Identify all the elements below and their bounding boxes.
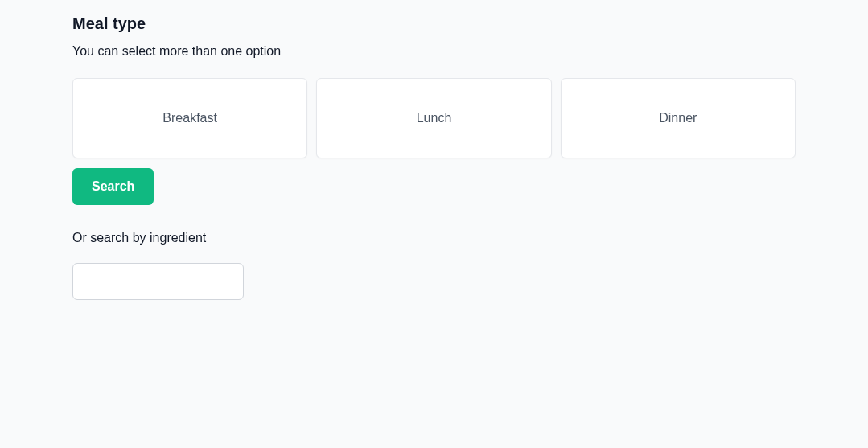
meal-type-section: Meal type You can select more than one o…: [0, 0, 868, 314]
option-dinner[interactable]: Dinner: [561, 78, 796, 158]
meal-options-row: Breakfast Lunch Dinner: [72, 78, 796, 158]
section-title: Meal type: [72, 14, 796, 33]
option-lunch[interactable]: Lunch: [316, 78, 551, 158]
section-subtitle: You can select more than one option: [72, 44, 796, 59]
option-label: Breakfast: [162, 111, 217, 125]
option-label: Lunch: [417, 111, 452, 125]
option-label: Dinner: [659, 111, 697, 125]
option-breakfast[interactable]: Breakfast: [72, 78, 307, 158]
ingredient-input[interactable]: [72, 263, 244, 300]
search-button[interactable]: Search: [72, 168, 154, 205]
alt-search-label: Or search by ingredient: [72, 231, 796, 245]
